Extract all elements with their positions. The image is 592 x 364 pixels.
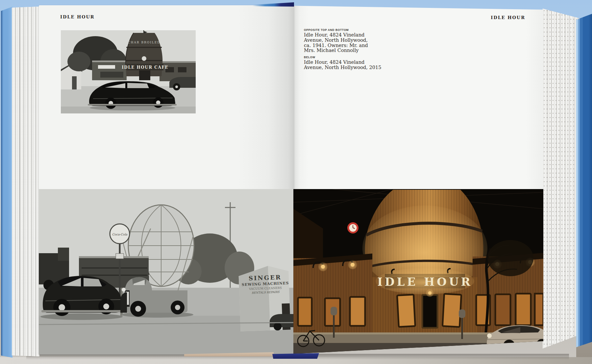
page-stack-right <box>543 9 579 349</box>
left-page: IDLE HOUR <box>39 5 293 354</box>
windows-center <box>397 289 461 328</box>
caption-line: Avenue, North Hollywood, 2015 <box>304 65 386 70</box>
photo-idle-hour-construction: Coca-Cola SINGER SEWING MACHINES VACUUM … <box>39 189 293 354</box>
night-sign-text: IDLE HOUR <box>377 275 473 288</box>
cola-sign-text: Coca-Cola <box>112 233 128 236</box>
left-running-head: IDLE HOUR <box>60 14 95 19</box>
caption-line: Idle Hour, 4824 Vineland <box>304 60 386 65</box>
page-stack-left <box>12 7 39 356</box>
singer-line1: SINGER <box>249 274 282 281</box>
book-cover-right-edge <box>576 14 592 347</box>
caption-line: Idle Hour, 4824 Vineland <box>304 33 386 38</box>
caption-line: Avenue, North Hollywood, <box>304 38 386 43</box>
right-page: IDLE HOUR OPPOSITE TOP AND BOTTOM Idle H… <box>293 3 543 354</box>
caption-line: ca. 1941. Owners: Mr. and <box>304 43 386 48</box>
bottom-cover-navy <box>272 353 319 359</box>
clock <box>347 222 358 233</box>
caption-line: Mrs. Michael Connolly <box>304 48 386 53</box>
barrel-top-text: CHAR BROILED <box>128 41 160 44</box>
caption-block: OPPOSITE TOP AND BOTTOM Idle Hour, 4824 … <box>304 28 386 70</box>
caption-label-below: BELOW <box>304 56 386 59</box>
book-cover-left-edge <box>1 5 12 359</box>
idle-hour-sign: IDLE HOUR <box>376 268 474 294</box>
right-running-head: IDLE HOUR <box>464 15 525 20</box>
photo-idle-hour-1941: CHAR BROILED IDLE HOUR CAFE <box>61 30 196 113</box>
left-wing-building <box>92 61 127 80</box>
front-door <box>422 295 437 328</box>
cafe-sign-text: IDLE HOUR CAFE <box>122 65 168 70</box>
photo-idle-hour-2015: IDLE HOUR <box>293 189 543 354</box>
caption-label-opposite: OPPOSITE TOP AND BOTTOM <box>304 28 386 32</box>
